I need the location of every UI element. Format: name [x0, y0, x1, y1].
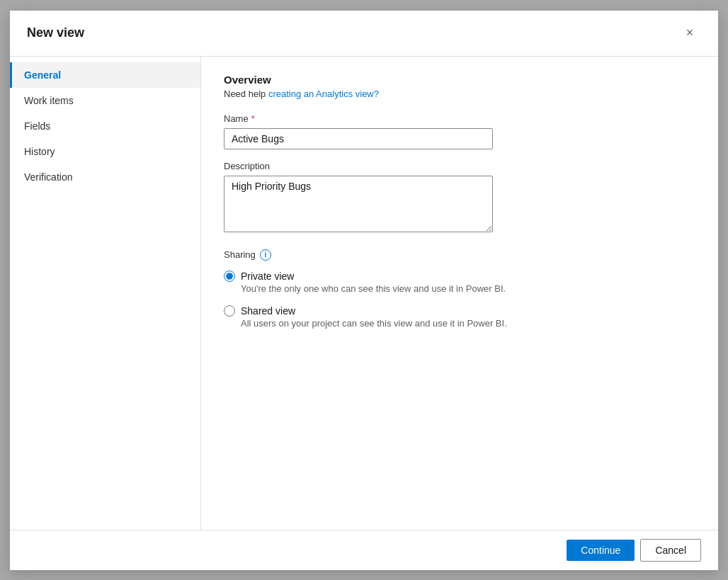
cancel-button[interactable]: Cancel	[640, 539, 701, 562]
shared-view-option: Shared view All users on your project ca…	[224, 305, 695, 329]
dialog-header: New view ×	[10, 11, 718, 57]
shared-view-description: All users on your project can see this v…	[241, 318, 695, 329]
sidebar-item-fields[interactable]: Fields	[10, 113, 200, 139]
sharing-info-icon[interactable]: i	[260, 249, 271, 261]
sidebar-item-history[interactable]: History	[10, 139, 200, 164]
shared-view-label[interactable]: Shared view	[241, 305, 295, 317]
dialog-overlay: New view × General Work items Fields His…	[0, 0, 728, 580]
required-star: *	[251, 113, 255, 124]
shared-view-radio[interactable]	[224, 305, 235, 317]
sharing-label: Sharing i	[224, 249, 695, 261]
description-input[interactable]: High Priority Bugs	[224, 176, 493, 232]
private-view-description: You're the only one who can see this vie…	[241, 283, 695, 294]
dialog-body: General Work items Fields History Verifi…	[10, 57, 718, 530]
help-text: Need help creating an Analytics view?	[224, 89, 695, 99]
description-label: Description	[224, 161, 695, 171]
dialog-footer: Continue Cancel	[10, 530, 718, 570]
dialog-title: New view	[27, 25, 84, 40]
sharing-radio-group: Private view You're the only one who can…	[224, 271, 695, 334]
help-link[interactable]: creating an Analytics view?	[268, 89, 379, 99]
sidebar-item-work-items[interactable]: Work items	[10, 88, 200, 113]
name-label: Name *	[224, 113, 695, 124]
continue-button[interactable]: Continue	[567, 540, 635, 561]
private-view-radio[interactable]	[224, 271, 235, 282]
sidebar-item-general[interactable]: General	[10, 62, 200, 88]
section-title: Overview	[224, 74, 695, 86]
close-button[interactable]: ×	[678, 22, 701, 45]
sidebar: General Work items Fields History Verifi…	[10, 57, 201, 530]
name-input[interactable]	[224, 128, 493, 149]
private-view-option: Private view You're the only one who can…	[224, 271, 695, 294]
main-content: Overview Need help creating an Analytics…	[201, 57, 718, 530]
new-view-dialog: New view × General Work items Fields His…	[10, 11, 718, 570]
sidebar-item-verification[interactable]: Verification	[10, 164, 200, 190]
private-view-label[interactable]: Private view	[241, 271, 294, 282]
